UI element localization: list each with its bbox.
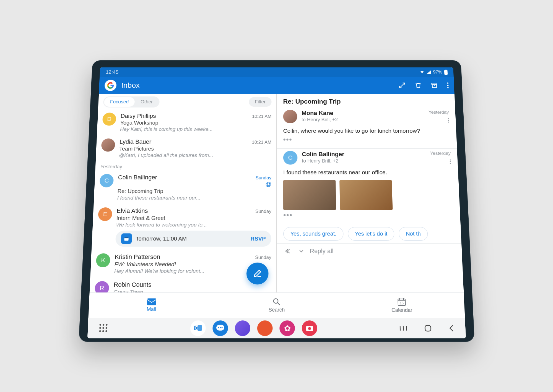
home-button[interactable] (424, 325, 432, 332)
dock-app-gallery[interactable]: ✿ (279, 320, 295, 336)
reading-pane: Re: Upcoming Trip Mona Kane to Henry Bri… (277, 94, 464, 292)
email-subject: Crazy Town (113, 289, 271, 292)
message-avatar: C (283, 151, 297, 165)
tab-label: Mail (146, 306, 156, 312)
svg-point-4 (447, 85, 448, 86)
email-sender: Colin Ballinger (118, 174, 157, 181)
svg-rect-1 (444, 70, 447, 75)
filter-button[interactable]: Filter (249, 97, 271, 106)
message-time: Yesterday (428, 110, 449, 115)
svg-rect-7 (124, 237, 128, 238)
more-icon[interactable] (447, 82, 449, 89)
svg-point-3 (447, 82, 448, 84)
dock-app-outlook[interactable] (190, 320, 206, 336)
inbox-tabs: Focused Other (103, 96, 160, 108)
email-time: Sunday (255, 255, 271, 260)
expand-quote-icon[interactable]: ••• (283, 210, 454, 221)
expand-quote-icon[interactable]: ••• (283, 135, 450, 146)
back-button[interactable] (448, 325, 454, 332)
tab-label: Search (268, 307, 285, 313)
message-more-icon[interactable] (450, 160, 451, 164)
battery-icon (444, 70, 447, 75)
svg-text:15: 15 (400, 301, 404, 305)
email-time: 10:21 AM (252, 114, 271, 119)
email-item[interactable]: C Colin Ballinger Sunday @ Re: Upcoming … (94, 171, 276, 204)
recents-button[interactable] (399, 325, 407, 331)
svg-rect-30 (425, 325, 431, 331)
thread-subject: Re: Upcoming Trip (277, 94, 455, 108)
archive-icon[interactable] (431, 82, 438, 89)
email-sender: Daisy Phillips (120, 113, 156, 119)
screen-content: 12:45 97% Inbox (87, 67, 466, 338)
message-recipients: to Henry Brill, +2 (302, 117, 425, 122)
email-subject: Team Pictures (119, 146, 271, 152)
suggested-reply[interactable]: Yes let's do it (347, 227, 394, 241)
svg-point-9 (448, 120, 449, 121)
message-sender: Colin Ballinger (302, 151, 426, 158)
svg-rect-14 (147, 298, 156, 305)
svg-rect-0 (445, 70, 446, 70)
svg-point-13 (450, 163, 451, 164)
email-sender: Kristin Patterson (115, 253, 160, 260)
tab-mail[interactable]: Mail (88, 293, 214, 318)
svg-line-27 (400, 326, 400, 331)
mention-badge: @ (265, 181, 271, 187)
suggested-replies: Yes, sounds great. Yes let's do it Not t… (277, 224, 461, 243)
attachment-image[interactable] (339, 180, 393, 210)
suggested-reply[interactable]: Yes, sounds great. (283, 227, 343, 241)
svg-line-28 (403, 326, 403, 331)
calendar-event-icon (121, 233, 132, 244)
email-item[interactable]: Lydia Bauer 10:21 AM Team Pictures @Katr… (95, 135, 276, 161)
clock: 12:45 (105, 69, 118, 75)
email-list[interactable]: D Daisy Phillips 10:21 AM Yoga Workshop … (89, 109, 276, 292)
compose-fab[interactable] (246, 263, 268, 284)
attachment-image[interactable] (283, 180, 336, 210)
app-title: Inbox (121, 81, 394, 90)
email-subject: Re: Upcoming Trip (117, 188, 271, 194)
svg-point-12 (450, 161, 451, 162)
app-drawer-icon[interactable] (99, 324, 108, 333)
svg-point-8 (448, 118, 449, 119)
delete-icon[interactable] (414, 82, 422, 89)
message-card[interactable]: C Colin Ballinger to Henry Brill, +2 Yes… (277, 149, 461, 224)
dock-app-camera[interactable] (302, 320, 317, 336)
date-header-yesterday: Yesterday (95, 161, 276, 171)
chevron-down-icon[interactable] (299, 250, 303, 252)
account-avatar[interactable] (104, 80, 117, 91)
sender-avatar: C (99, 174, 114, 187)
email-item[interactable]: D Daisy Phillips 10:21 AM Yoga Workshop … (97, 109, 276, 135)
email-subject: Intern Meet & Greet (116, 215, 271, 221)
message-more-icon[interactable] (448, 118, 449, 123)
reply-all-icon[interactable] (284, 248, 293, 254)
tab-search[interactable]: Search (214, 293, 339, 318)
bottom-tab-bar: Mail Search 15 Calendar (88, 292, 465, 318)
android-nav-bar: ✿ (87, 318, 466, 338)
reply-bar[interactable]: Reply all (277, 243, 462, 258)
email-sender: Lydia Bauer (119, 138, 151, 145)
message-sender: Mona Kane (301, 110, 424, 116)
email-sender: Robin Counts (113, 281, 151, 289)
email-item[interactable]: E Elvia Atkins Sunday Intern Meet & Gree… (91, 204, 276, 250)
foldable-device-frame: 12:45 97% Inbox (79, 60, 475, 342)
email-preview: Hey Katri, this is coming up this weeke.… (120, 126, 271, 132)
tab-focused[interactable]: Focused (104, 97, 135, 106)
dock-app-messages[interactable] (212, 320, 228, 336)
email-subject: Yoga Workshop (120, 120, 271, 126)
svg-rect-20 (198, 325, 202, 331)
tab-other[interactable]: Other (134, 97, 159, 106)
suggested-reply[interactable]: Not th (398, 227, 428, 241)
dock-app-notes[interactable] (257, 320, 272, 336)
email-subject: FW: Volunteers Needed! (114, 261, 271, 268)
svg-rect-2 (432, 83, 437, 85)
tab-calendar[interactable]: 15 Calendar (339, 293, 465, 318)
message-body: Collin, where would you like to go for l… (283, 127, 450, 135)
email-item[interactable]: R Robin Counts Crazy Town (89, 278, 276, 292)
sender-avatar: D (102, 113, 116, 126)
message-card[interactable]: Mona Kane to Henry Brill, +2 Yesterday C… (277, 108, 457, 149)
rsvp-button[interactable]: RSVP (250, 236, 266, 242)
fullscreen-icon[interactable] (398, 82, 406, 89)
sender-avatar-photo (101, 138, 115, 152)
dock-app-browser[interactable] (235, 320, 250, 336)
email-preview: @Katri, I uploaded all the pictures from… (119, 152, 271, 158)
message-time: Yesterday (430, 151, 451, 156)
